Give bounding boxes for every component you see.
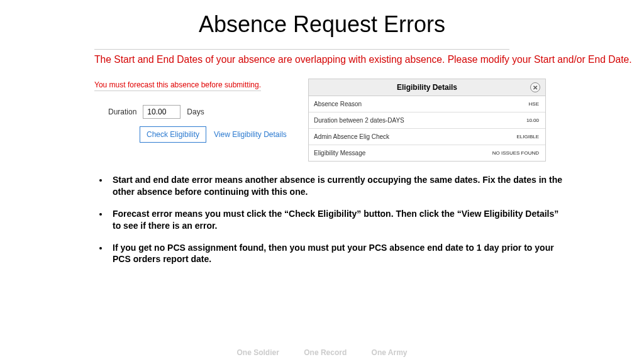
eligibility-panel-heading: Eligibility Details ✕ (309, 79, 545, 96)
check-eligibility-button[interactable]: Check Eligibility (140, 126, 206, 143)
footer-left: One Soldier (237, 348, 279, 357)
middle-row: You must forecast this absence before su… (0, 79, 644, 162)
eligibility-row-value: NO ISSUES FOUND (492, 150, 539, 156)
eligibility-row-label: Admin Absence Elig Check (314, 133, 389, 140)
duration-input[interactable] (143, 105, 180, 119)
forecast-error-message: You must forecast this absence before su… (94, 80, 261, 91)
error-banner: The Start and End Dates of your absence … (94, 49, 509, 66)
left-column: You must forecast this absence before su… (94, 79, 289, 143)
eligibility-row-label: Eligibility Message (314, 150, 365, 156)
eligibility-row: Duration between 2 dates-DAYS 10.00 (309, 112, 545, 129)
duration-label: Duration (108, 107, 136, 116)
eligibility-details-panel: Eligibility Details ✕ Absence Reason HSE… (308, 79, 546, 162)
view-eligibility-link[interactable]: View Eligibility Details (214, 130, 287, 139)
eligibility-heading-text: Eligibility Details (397, 83, 457, 92)
explanation-bullets: Start and end date error means another a… (0, 162, 644, 265)
eligibility-row-label: Absence Reason (314, 101, 362, 107)
eligibility-row: Eligibility Message NO ISSUES FOUND (309, 145, 545, 161)
eligibility-row-value: 10.00 (526, 118, 539, 123)
eligibility-row-value: HSE (529, 101, 539, 107)
duration-unit: Days (187, 107, 204, 116)
footer-tagline: One Soldier One Record One Army (0, 348, 644, 357)
close-icon[interactable]: ✕ (530, 82, 540, 92)
eligibility-row: Admin Absence Elig Check ELIGIBLE (309, 129, 545, 145)
bullet-item: Start and end date error means another a… (109, 174, 569, 198)
overlap-error-message: The Start and End Dates of your absence … (94, 53, 476, 66)
duration-row: Duration Days (94, 105, 289, 119)
page-title: Absence Request Errors (0, 0, 644, 49)
bullet-item: If you get no PCS assignment found, then… (109, 242, 569, 266)
eligibility-row-label: Duration between 2 dates-DAYS (314, 117, 404, 124)
bullet-item: Forecast error means you must click the … (109, 208, 569, 232)
eligibility-row-value: ELIGIBLE (516, 134, 539, 140)
eligibility-actions-row: Check Eligibility View Eligibility Detai… (94, 126, 289, 143)
eligibility-row: Absence Reason HSE (309, 96, 545, 112)
footer-mid: One Record (304, 348, 347, 357)
footer-right: One Army (372, 348, 408, 357)
